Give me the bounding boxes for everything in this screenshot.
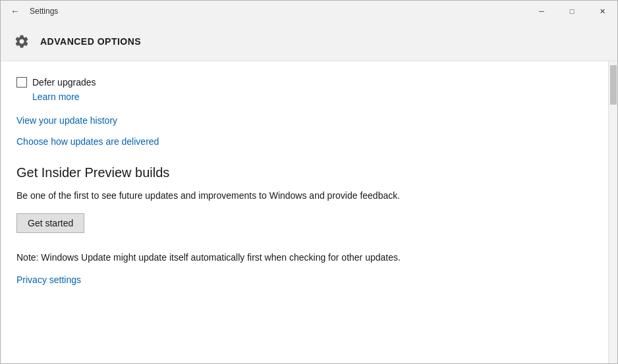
view-history-link[interactable]: View your update history xyxy=(16,115,592,126)
close-button[interactable]: ✕ xyxy=(587,1,617,22)
close-icon: ✕ xyxy=(600,7,605,16)
defer-upgrades-row: Defer upgrades xyxy=(16,77,592,88)
title-bar-controls: ─ □ ✕ xyxy=(526,1,617,22)
maximize-button[interactable]: □ xyxy=(557,1,587,22)
settings-window: ← Settings ─ □ ✕ ADVANCED OPTIONS xyxy=(0,0,618,364)
title-bar-left: ← Settings xyxy=(6,2,58,20)
defer-upgrades-label: Defer upgrades xyxy=(32,77,96,88)
gear-icon xyxy=(14,34,30,49)
back-button[interactable]: ← xyxy=(6,2,24,20)
back-icon: ← xyxy=(11,6,20,16)
privacy-settings-link[interactable]: Privacy settings xyxy=(16,274,592,285)
scrollbar[interactable] xyxy=(608,61,617,363)
main-content: Defer upgrades Learn more View your upda… xyxy=(1,61,608,363)
defer-upgrades-checkbox[interactable] xyxy=(16,77,27,88)
page-title: ADVANCED OPTIONS xyxy=(40,36,141,47)
insider-section-title: Get Insider Preview builds xyxy=(16,165,592,180)
content-wrapper: Defer upgrades Learn more View your upda… xyxy=(1,61,617,363)
get-started-button[interactable]: Get started xyxy=(16,213,84,233)
maximize-icon: □ xyxy=(570,7,575,15)
window-title: Settings xyxy=(30,7,58,16)
choose-delivery-link[interactable]: Choose how updates are delivered xyxy=(16,136,592,147)
minimize-button[interactable]: ─ xyxy=(526,1,557,22)
minimize-icon: ─ xyxy=(539,7,544,15)
insider-section-description: Be one of the first to see future update… xyxy=(16,190,592,203)
learn-more-link[interactable]: Learn more xyxy=(32,91,592,102)
note-text: Note: Windows Update might update itself… xyxy=(16,251,592,265)
page-header: ADVANCED OPTIONS xyxy=(1,22,617,61)
title-bar: ← Settings ─ □ ✕ xyxy=(1,1,617,22)
scrollbar-thumb[interactable] xyxy=(610,65,617,105)
